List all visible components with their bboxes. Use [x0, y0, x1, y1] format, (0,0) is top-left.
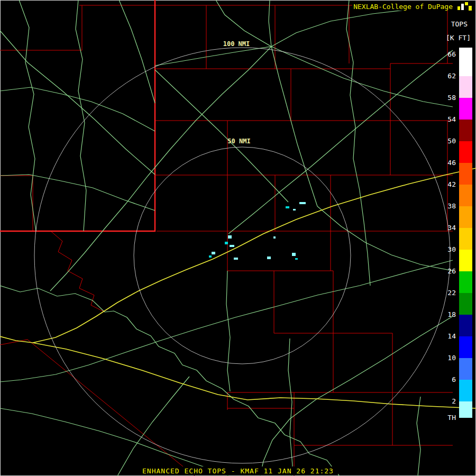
county-borders-layer — [0, 5, 453, 476]
range-ring-label-100: 100 NMI — [223, 40, 250, 48]
radar-map: 50 NMI 100 NMI — [0, 0, 476, 476]
legend-band — [459, 401, 472, 418]
legend-tick-label: 30 — [441, 245, 456, 253]
legend-tick-label: 18 — [441, 310, 456, 318]
legend-colorbar — [459, 48, 472, 423]
legend-band — [459, 271, 472, 293]
legend-band — [459, 98, 472, 120]
status-bar: ENHANCED ECHO TOPS - KMAF 11 JAN 26 21:2… — [0, 465, 476, 475]
legend-band — [459, 228, 472, 250]
echo-cell — [228, 235, 232, 239]
legend-tick-label: 66 — [441, 50, 456, 58]
legend-title: TOPS — [451, 20, 468, 28]
legend-tick-label: 22 — [441, 289, 456, 297]
legend-band — [459, 418, 472, 423]
echo-cell — [286, 206, 289, 208]
legend-tick-label: 2 — [441, 397, 456, 405]
legend-band — [459, 358, 472, 380]
legend-tick-label: 54 — [441, 115, 456, 123]
echo-cell — [292, 253, 296, 256]
range-ring-label-50: 50 NMI — [227, 138, 250, 145]
status-text: ENHANCED ECHO TOPS - KMAF 11 JAN 26 21:2… — [138, 466, 338, 475]
cod-logo-icon — [457, 2, 473, 12]
echo-cell — [295, 258, 298, 260]
echo-cell — [267, 257, 271, 259]
legend-tick-label: TH — [441, 414, 456, 422]
legend-tick-label: 38 — [441, 202, 456, 210]
legend-band — [459, 163, 472, 185]
legend-band — [459, 206, 472, 228]
roads-rivers-layer — [0, 0, 453, 476]
range-ring-50 — [134, 147, 351, 364]
legend-band — [459, 336, 472, 358]
radar-display: 50 NMI 100 NMI NEXLAB-College of DuPage … — [0, 0, 476, 476]
echo-cell — [212, 252, 215, 254]
legend-tick-label: 46 — [441, 159, 456, 167]
provider-title: NEXLAB-College of DuPage — [352, 3, 454, 11]
highways-layer — [0, 168, 476, 408]
legend-tick-label: 6 — [441, 376, 456, 383]
legend-band — [459, 185, 472, 206]
legend-band — [459, 48, 472, 76]
legend-tick-label: 42 — [441, 180, 456, 188]
echo-cell — [299, 202, 306, 204]
echo-cell — [273, 236, 276, 239]
legend-tick-label: 34 — [441, 224, 456, 232]
echo-cell — [234, 258, 238, 260]
legend-band — [459, 250, 472, 271]
legend-units: [K FT] — [446, 34, 471, 42]
legend-tick-label: 58 — [441, 94, 456, 102]
echo-cell — [230, 245, 234, 247]
legend-tick-label: 62 — [441, 72, 456, 80]
echo-cell — [293, 209, 296, 210]
legend-band — [459, 141, 472, 163]
legend-tick-label: 50 — [441, 137, 456, 145]
legend-band — [459, 380, 472, 401]
range-ring-100 — [34, 48, 450, 463]
legend-tick-label: 14 — [441, 332, 456, 340]
legend-tick-label: 10 — [441, 354, 456, 362]
legend-band — [459, 315, 472, 336]
echo-cell — [209, 255, 212, 258]
legend-band — [459, 293, 472, 315]
legend-band — [459, 76, 472, 98]
legend-band — [459, 120, 472, 141]
echo-cell — [225, 242, 228, 244]
legend-tick-label: 26 — [441, 267, 456, 275]
